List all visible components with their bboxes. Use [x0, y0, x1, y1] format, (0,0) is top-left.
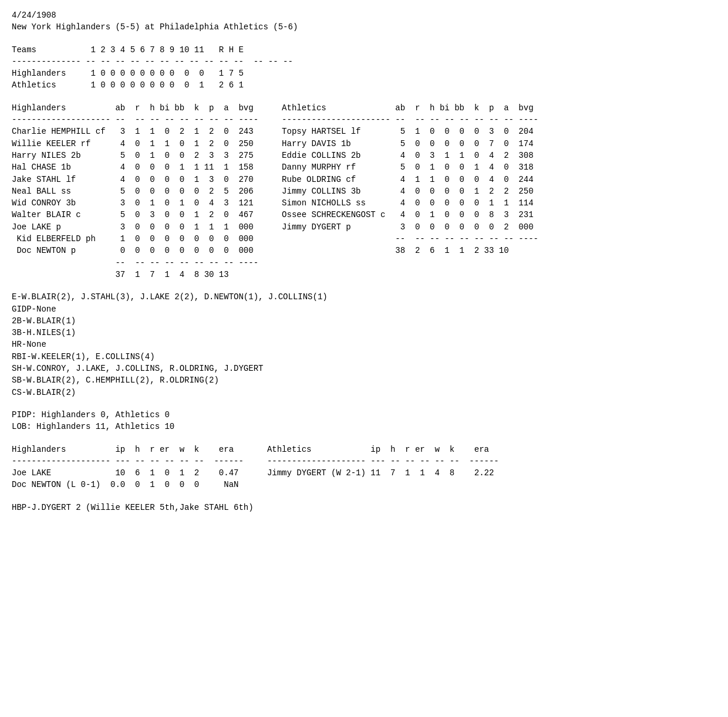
table-row: Walter BLAIR c 5 0 3 0 0 1 2 0 467: [12, 209, 258, 221]
batting-section: Highlanders ab r h bi bb k p a bvg -----…: [12, 102, 716, 280]
athletics-batting-divider2: -- -- -- -- -- -- -- -- ----: [282, 233, 538, 245]
table-row: Joe LAKE p 3 0 0 0 0 1 1 1 000: [12, 221, 258, 233]
list-item: SH-W.CONROY, J.LAKE, J.COLLINS, R.OLDRIN…: [12, 363, 716, 374]
table-row: Simon NICHOLLS ss 4 0 0 0 0 0 1 1 114: [282, 197, 538, 209]
highlanders-batting-rows: Charlie HEMPHILL cf 3 1 1 0 2 1 2 0 243W…: [12, 126, 258, 256]
table-row: Charlie HEMPHILL cf 3 1 1 0 2 1 2 0 243: [12, 126, 258, 137]
table-row: Jimmy DYGERT p 3 0 0 0 0 0 0 2 000: [282, 221, 538, 233]
game-matchup: New York Highlanders (5-5) at Philadelph…: [12, 21, 716, 33]
athletics-batting-divider: ---------------------- -- -- -- -- -- --…: [282, 114, 538, 126]
header-section: 4/24/1908 New York Highlanders (5-5) at …: [12, 9, 716, 33]
athletics-pitching-rows: Jimmy DYGERT (W 2-1) 11 7 1 1 4 8 2.22: [267, 467, 499, 479]
notes-rows: E-W.BLAIR(2), J.STAHL(3), J.LAKE 2(2), D…: [12, 291, 716, 398]
table-row: Ossee SCHRECKENGOST c 4 0 1 0 0 0 8 3 23…: [282, 209, 538, 221]
table-row: Neal BALL ss 5 0 0 0 0 0 2 5 206: [12, 185, 258, 197]
athletics-batting-header: Athletics ab r h bi bb k p a bvg: [282, 102, 538, 114]
pidp-lob-section: PIDP: Highlanders 0, Athletics 0LOB: Hig…: [12, 409, 716, 433]
list-item: RBI-W.KEELER(1), E.COLLINS(4): [12, 351, 716, 363]
linescore-header: Teams 1 2 3 4 5 6 7 8 9 10 11 R H E: [12, 44, 716, 56]
linescore-athletics: Athletics 1 0 0 0 0 0 0 0 0 0 1 2 6 1: [12, 79, 716, 91]
table-row: Joe LAKE 10 6 1 0 1 2 0.47: [12, 467, 244, 479]
table-row: Jimmy COLLINS 3b 4 0 0 0 0 1 2 2 250: [282, 185, 538, 197]
pitching-two-col: Highlanders ip h r er w k era ----------…: [12, 444, 716, 491]
athletics-pitching-col: Athletics ip h r er w k era ------------…: [267, 444, 499, 491]
table-row: Doc NEWTON (L 0-1) 0.0 0 1 0 0 0 NaN: [12, 479, 244, 491]
linescore-highlanders: Highlanders 1 0 0 0 0 0 0 0 0 0 0 1 7 5: [12, 67, 716, 79]
highlanders-batting-total: 37 1 7 1 4 8 30 13: [12, 269, 258, 280]
page-container: 4/24/1908 New York Highlanders (5-5) at …: [12, 9, 716, 513]
athletics-batting-total: 38 2 6 1 1 2 33 10: [282, 245, 538, 256]
highlanders-pitching-rows: Joe LAKE 10 6 1 0 1 2 0.47Doc NEWTON (L …: [12, 467, 244, 491]
highlanders-batting-col: Highlanders ab r h bi bb k p a bvg -----…: [12, 102, 258, 280]
list-item: CS-W.BLAIR(2): [12, 387, 716, 398]
list-item: LOB: Highlanders 11, Athletics 10: [12, 421, 716, 432]
table-row: Jimmy DYGERT (W 2-1) 11 7 1 1 4 8 2.22: [267, 467, 499, 479]
pitching-section: Highlanders ip h r er w k era ----------…: [12, 444, 716, 491]
list-item: HR-None: [12, 339, 716, 350]
table-row: Eddie COLLINS 2b 4 0 3 1 1 0 4 2 308: [282, 150, 538, 161]
highlanders-batting-header: Highlanders ab r h bi bb k p a bvg: [12, 102, 258, 114]
pidp-lob-rows: PIDP: Highlanders 0, Athletics 0LOB: Hig…: [12, 409, 716, 433]
table-row: Kid ELBERFELD ph 1 0 0 0 0 0 0 0 000: [12, 233, 258, 245]
game-date: 4/24/1908: [12, 9, 716, 21]
list-item: 2B-W.BLAIR(1): [12, 315, 716, 327]
list-item: 3B-H.NILES(1): [12, 327, 716, 339]
linescore-section: Teams 1 2 3 4 5 6 7 8 9 10 11 R H E ----…: [12, 44, 716, 92]
athletics-batting-rows: Topsy HARTSEL lf 5 1 0 0 0 0 3 0 204Harr…: [282, 126, 538, 233]
athletics-batting-col: Athletics ab r h bi bb k p a bvg -------…: [282, 102, 538, 280]
table-row: Topsy HARTSEL lf 5 1 0 0 0 0 3 0 204: [282, 126, 538, 137]
athletics-pitching-divider: -------------------- --- -- -- -- -- -- …: [267, 455, 499, 467]
table-row: Wid CONROY 3b 3 0 1 0 1 0 4 3 121: [12, 197, 258, 209]
table-row: Willie KEELER rf 4 0 1 1 0 1 2 0 250: [12, 138, 258, 150]
table-row: Harry NILES 2b 5 0 1 0 0 2 3 3 275: [12, 150, 258, 161]
list-item: PIDP: Highlanders 0, Athletics 0: [12, 409, 716, 421]
highlanders-batting-divider: -------------------- -- -- -- -- -- -- -…: [12, 114, 258, 126]
table-row: Hal CHASE 1b 4 0 0 0 1 1 11 1 158: [12, 161, 258, 173]
table-row: Doc NEWTON p 0 0 0 0 0 0 0 0 000: [12, 245, 258, 256]
table-row: Danny MURPHY rf 5 0 1 0 0 1 4 0 318: [282, 161, 538, 173]
table-row: Harry DAVIS 1b 5 0 0 0 0 0 7 0 174: [282, 138, 538, 150]
list-item: SB-W.BLAIR(2), C.HEMPHILL(2), R.OLDRING(…: [12, 374, 716, 386]
highlanders-batting-divider2: -- -- -- -- -- -- -- -- ----: [12, 257, 258, 269]
list-item: E-W.BLAIR(2), J.STAHL(3), J.LAKE 2(2), D…: [12, 291, 716, 303]
highlanders-pitching-header: Highlanders ip h r er w k era: [12, 444, 244, 455]
batting-two-col: Highlanders ab r h bi bb k p a bvg -----…: [12, 102, 716, 280]
hbp-section: HBP-J.DYGERT 2 (Willie KEELER 5th,Jake S…: [12, 502, 716, 513]
table-row: Rube OLDRING cf 4 1 1 0 0 0 4 0 244: [282, 174, 538, 185]
athletics-pitching-header: Athletics ip h r er w k era: [267, 444, 499, 455]
notes-section: E-W.BLAIR(2), J.STAHL(3), J.LAKE 2(2), D…: [12, 291, 716, 398]
linescore-divider: -------------- -- -- -- -- -- -- -- -- -…: [12, 56, 716, 67]
table-row: Jake STAHL lf 4 0 0 0 0 1 3 0 270: [12, 174, 258, 185]
list-item: GIDP-None: [12, 303, 716, 315]
highlanders-pitching-divider: -------------------- --- -- -- -- -- -- …: [12, 455, 244, 467]
highlanders-pitching-col: Highlanders ip h r er w k era ----------…: [12, 444, 244, 491]
hbp-text: HBP-J.DYGERT 2 (Willie KEELER 5th,Jake S…: [12, 502, 716, 513]
